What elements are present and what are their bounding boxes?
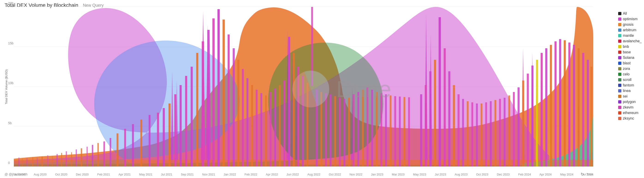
legend-item[interactable]: All <box>618 11 642 16</box>
legend-color-swatch <box>618 45 622 48</box>
svg-rect-90 <box>380 93 382 167</box>
legend-color-swatch <box>618 84 622 87</box>
svg-rect-52 <box>202 41 204 167</box>
svg-rect-133 <box>587 60 589 167</box>
legend-item[interactable]: blast <box>618 61 642 65</box>
legend-color-swatch <box>618 100 622 103</box>
svg-rect-97 <box>420 94 422 167</box>
svg-rect-95 <box>404 97 405 167</box>
svg-rect-25 <box>42 156 43 167</box>
legend-item[interactable]: zksync <box>618 116 642 120</box>
legend-color-swatch <box>618 23 622 26</box>
legend-item[interactable]: base <box>618 50 642 54</box>
legend-item[interactable]: zora <box>618 67 642 71</box>
legend-label: gnosis <box>623 22 634 27</box>
legend-color-swatch <box>618 28 622 32</box>
svg-rect-120 <box>527 74 529 167</box>
legend-item[interactable]: polygon <box>618 100 642 104</box>
svg-rect-60 <box>242 69 244 167</box>
svg-rect-122 <box>536 60 538 167</box>
svg-rect-126 <box>554 41 556 167</box>
legend-label: linea <box>623 89 630 93</box>
svg-rect-40 <box>124 129 126 167</box>
svg-rect-76 <box>316 90 318 167</box>
svg-rect-115 <box>504 98 506 167</box>
legend-item[interactable]: sei <box>618 94 642 98</box>
svg-rect-103 <box>448 71 450 167</box>
svg-rect-20 <box>18 158 20 167</box>
legend-color-swatch <box>618 95 622 98</box>
svg-rect-109 <box>476 103 478 167</box>
svg-rect-131 <box>578 48 580 167</box>
legend-color-swatch <box>618 56 622 59</box>
legend-color-swatch <box>618 40 622 43</box>
svg-rect-47 <box>174 94 176 167</box>
svg-rect-75 <box>311 7 313 86</box>
svg-rect-88 <box>371 90 373 167</box>
svg-rect-85 <box>357 92 359 167</box>
svg-rect-38 <box>110 138 111 167</box>
svg-rect-62 <box>251 85 253 167</box>
legend-item[interactable]: celo <box>618 72 642 76</box>
svg-rect-114 <box>499 99 501 167</box>
svg-rect-58 <box>233 48 235 167</box>
legend-color-swatch <box>618 73 622 76</box>
legend-color-swatch <box>618 106 622 109</box>
svg-rect-121 <box>532 66 534 167</box>
svg-rect-102 <box>444 48 446 167</box>
svg-rect-44 <box>157 113 159 167</box>
svg-rect-104 <box>453 85 455 167</box>
svg-rect-63 <box>256 90 258 167</box>
legend-label: celo <box>623 72 630 76</box>
svg-rect-89 <box>376 92 378 167</box>
svg-rect-57 <box>228 34 230 167</box>
svg-rect-43 <box>148 115 150 167</box>
legend-item[interactable]: avalanche_ <box>618 39 642 43</box>
legend-item[interactable]: mantle <box>618 34 642 38</box>
svg-rect-24 <box>37 158 38 167</box>
refresh-icon[interactable]: ↻ <box>580 172 584 177</box>
legend-item[interactable]: ethereum <box>618 111 642 115</box>
main-chart-svg <box>14 7 593 167</box>
legend-item[interactable]: fantom <box>618 83 642 88</box>
svg-rect-87 <box>366 88 368 167</box>
svg-rect-92 <box>390 95 392 167</box>
legend-item[interactable]: scroll <box>618 78 642 82</box>
svg-rect-46 <box>168 103 171 167</box>
legend-color-swatch <box>618 111 622 114</box>
svg-rect-96 <box>408 97 410 167</box>
svg-rect-98 <box>425 85 427 167</box>
svg-rect-123 <box>541 53 543 167</box>
legend-label: blast <box>623 61 630 65</box>
svg-rect-35 <box>92 145 93 167</box>
svg-rect-79 <box>330 94 332 167</box>
legend-item[interactable]: zkevm <box>618 105 642 109</box>
legend-label: All <box>623 11 627 16</box>
legend-item[interactable]: optimism <box>618 17 642 21</box>
svg-rect-67 <box>274 89 276 167</box>
svg-rect-117 <box>513 92 515 167</box>
legend-item[interactable]: Solana <box>618 56 642 60</box>
svg-rect-70 <box>288 37 290 167</box>
legend-item[interactable]: bnb <box>618 45 642 49</box>
svg-rect-65 <box>265 95 267 167</box>
legend-label: zkevm <box>623 105 634 109</box>
legend-item[interactable]: arbitrum <box>618 28 642 32</box>
y-axis-label-container: Total DEX Volume ($USD) <box>0 7 13 167</box>
svg-rect-112 <box>490 101 492 167</box>
svg-rect-29 <box>61 153 62 167</box>
svg-rect-108 <box>472 102 473 167</box>
svg-rect-31 <box>71 152 72 167</box>
legend-color-swatch <box>618 34 622 37</box>
legend-color-swatch <box>618 117 622 120</box>
legend-item[interactable]: gnosis <box>618 22 642 27</box>
svg-rect-74 <box>306 83 308 167</box>
legend-item[interactable]: linea <box>618 89 642 93</box>
svg-rect-110 <box>481 103 482 167</box>
svg-rect-41 <box>132 124 134 167</box>
svg-rect-94 <box>399 96 401 167</box>
svg-rect-30 <box>66 151 67 167</box>
legend-label: zora <box>623 67 630 71</box>
legend-label: optimism <box>623 17 638 21</box>
svg-rect-80 <box>334 96 336 167</box>
